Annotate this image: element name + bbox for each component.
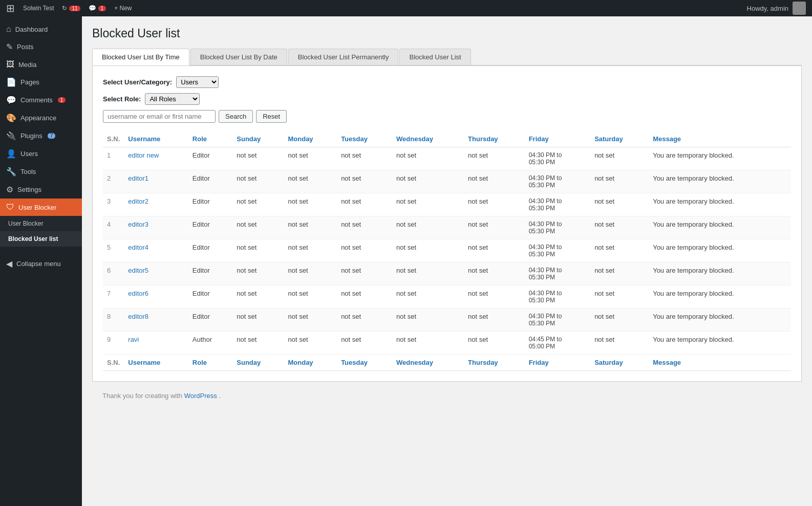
cell-saturday: not set: [590, 285, 649, 309]
foot-tuesday: Tuesday: [337, 355, 392, 371]
cell-saturday: not set: [590, 309, 649, 332]
sidebar-item-tools[interactable]: 🔧 Tools: [0, 163, 82, 181]
foot-wednesday: Wednesday: [392, 355, 464, 371]
col-friday: Friday: [525, 131, 590, 147]
sidebar-item-settings[interactable]: ⚙ Settings: [0, 181, 82, 199]
cell-tuesday: not set: [337, 170, 392, 193]
cell-role: Author: [188, 332, 232, 355]
col-wednesday: Wednesday: [392, 131, 464, 147]
new-item[interactable]: + New: [114, 5, 132, 12]
sidebar-item-label: Pages: [20, 78, 39, 86]
comments-nav-badge: 1: [58, 97, 66, 103]
sidebar-item-pages[interactable]: 📄 Pages: [0, 73, 82, 91]
posts-icon: ✎: [6, 42, 13, 52]
cell-monday: not set: [284, 285, 337, 309]
howdy-section: Howdy, admin: [747, 2, 806, 15]
cell-monday: not set: [284, 309, 337, 332]
cell-sn: 5: [103, 239, 124, 262]
sidebar-item-user-blocker[interactable]: 🛡 User Blocker: [0, 199, 82, 216]
sidebar-item-user-blocker-sub[interactable]: User Blocker: [0, 216, 82, 231]
select-role-dropdown[interactable]: All Roles Editor Author Administrator: [145, 93, 200, 105]
cell-message: You are temporary blocked.: [649, 239, 791, 262]
updates-badge: 11: [69, 6, 80, 11]
tab-permanently[interactable]: Blocked User List Permanently: [288, 49, 399, 65]
tab-all[interactable]: Blocked User List: [399, 49, 471, 65]
plugins-badge: 7: [48, 133, 56, 139]
cell-username: ravi: [124, 332, 188, 355]
comments-nav-icon: 💬: [6, 95, 16, 105]
cell-sunday: not set: [232, 216, 284, 239]
cell-role: Editor: [188, 170, 232, 193]
cell-username: editor4: [124, 239, 188, 262]
footer: Thank you for creating with WordPress .: [92, 382, 802, 410]
cell-thursday: not set: [464, 147, 525, 170]
cell-monday: not set: [284, 332, 337, 355]
cell-sunday: not set: [232, 193, 284, 216]
sidebar-item-comments[interactable]: 💬 Comments 1: [0, 91, 82, 109]
sidebar-submenu: User Blocker Blocked User list: [0, 216, 82, 247]
comments-item[interactable]: 💬 1: [89, 5, 106, 12]
sidebar-item-users[interactable]: 👤 Users: [0, 145, 82, 163]
sidebar-item-collapse[interactable]: ◀ Collapse menu: [0, 255, 82, 273]
comments-icon: 💬: [89, 5, 96, 12]
tab-by-time[interactable]: Blocked User List By Time: [92, 49, 189, 65]
wp-logo-icon[interactable]: ⊞: [6, 2, 15, 14]
search-input[interactable]: [103, 110, 216, 123]
table-row: 1editor newEditornot setnot setnot setno…: [103, 147, 791, 170]
content-box: Select User/Category: Users Category Sel…: [92, 65, 802, 382]
table-row: 9raviAuthornot setnot setnot setnot setn…: [103, 332, 791, 355]
cell-thursday: not set: [464, 193, 525, 216]
cell-sunday: not set: [232, 239, 284, 262]
cell-tuesday: not set: [337, 332, 392, 355]
cell-tuesday: not set: [337, 239, 392, 262]
search-button[interactable]: Search: [219, 110, 253, 123]
wordpress-link[interactable]: WordPress: [184, 392, 217, 400]
sidebar-item-appearance[interactable]: 🎨 Appearance: [0, 109, 82, 127]
cell-message: You are temporary blocked.: [649, 309, 791, 332]
sidebar-item-blocked-user-list[interactable]: Blocked User list: [0, 231, 82, 247]
foot-username: Username: [124, 355, 188, 371]
cell-friday: 04:30 PM to 05:30 PM: [525, 193, 590, 216]
tab-by-date[interactable]: Blocked User List By Date: [190, 49, 287, 65]
site-name[interactable]: Solwin Test: [23, 5, 54, 12]
cell-friday: 04:30 PM to 05:30 PM: [525, 262, 590, 285]
sidebar-item-dashboard[interactable]: ⌂ Dashboard: [0, 20, 82, 38]
cell-saturday: not set: [590, 239, 649, 262]
appearance-icon: 🎨: [6, 113, 16, 123]
col-message: Message: [649, 131, 791, 147]
sidebar-item-label: Collapse menu: [16, 260, 61, 268]
plugins-icon: 🔌: [6, 131, 16, 141]
filter-role-row: Select Role: All Roles Editor Author Adm…: [103, 93, 791, 105]
cell-thursday: not set: [464, 332, 525, 355]
col-username: Username: [124, 131, 188, 147]
sidebar-item-label: Dashboard: [15, 26, 48, 33]
cell-message: You are temporary blocked.: [649, 262, 791, 285]
col-saturday: Saturday: [590, 131, 649, 147]
sidebar-item-media[interactable]: 🖼 Media: [0, 56, 82, 73]
search-row: Search Reset: [103, 110, 791, 123]
footer-suffix: .: [219, 392, 221, 400]
cell-username: editor1: [124, 170, 188, 193]
reset-button[interactable]: Reset: [256, 110, 287, 123]
cell-saturday: not set: [590, 193, 649, 216]
cell-username: editor5: [124, 262, 188, 285]
cell-friday: 04:30 PM to 05:30 PM: [525, 216, 590, 239]
cell-monday: not set: [284, 170, 337, 193]
collapse-icon: ◀: [6, 259, 12, 269]
cell-sn: 7: [103, 285, 124, 309]
updates-item[interactable]: ↻ 11: [62, 5, 80, 12]
cell-monday: not set: [284, 239, 337, 262]
sidebar-item-label: Plugins: [20, 132, 42, 140]
cell-username: editor6: [124, 285, 188, 309]
cell-role: Editor: [188, 216, 232, 239]
foot-friday: Friday: [525, 355, 590, 371]
sidebar-item-plugins[interactable]: 🔌 Plugins 7: [0, 127, 82, 145]
cell-role: Editor: [188, 309, 232, 332]
sidebar-item-label: Tools: [20, 168, 36, 175]
avatar: [793, 2, 806, 15]
cell-tuesday: not set: [337, 216, 392, 239]
select-user-dropdown[interactable]: Users Category: [176, 76, 219, 88]
sidebar-item-posts[interactable]: ✎ Posts: [0, 38, 82, 56]
foot-sunday: Sunday: [232, 355, 284, 371]
cell-monday: not set: [284, 216, 337, 239]
